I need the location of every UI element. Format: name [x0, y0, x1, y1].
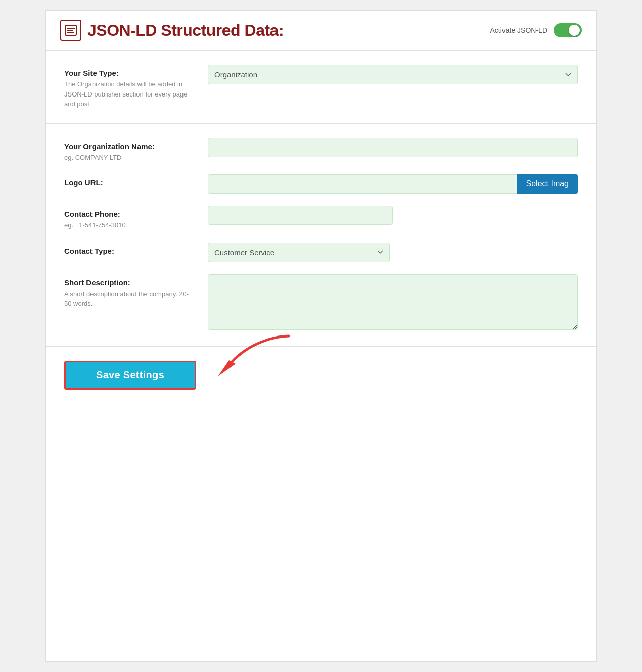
org-name-example: eg. COMPANY LTD: [64, 153, 196, 163]
site-type-select[interactable]: Organization Person Local Business: [208, 65, 578, 84]
contact-phone-input-col: [208, 206, 578, 225]
contact-type-label: Contact Type:: [64, 247, 196, 255]
contact-phone-input[interactable]: [208, 206, 393, 225]
contact-phone-label: Contact Phone:: [64, 210, 196, 218]
logo-url-input[interactable]: [208, 174, 517, 194]
short-desc-textarea[interactable]: [208, 274, 578, 330]
activate-toggle[interactable]: [554, 23, 582, 37]
org-name-label: Your Organization Name:: [64, 142, 196, 151]
logo-url-row: Logo URL: Select Imag: [64, 174, 578, 194]
contact-type-label-col: Contact Type:: [64, 243, 196, 255]
page-title: JSON-LD Structured Data:: [87, 21, 284, 40]
site-type-label: Your Site Type:: [64, 69, 196, 77]
svg-marker-4: [218, 360, 236, 376]
contact-type-input-col: Customer Service Technical Support Billi…: [208, 243, 578, 262]
short-desc-label: Short Description:: [64, 278, 196, 287]
contact-type-select[interactable]: Customer Service Technical Support Billi…: [208, 243, 390, 262]
activate-label: Activate JSON-LD: [490, 26, 547, 34]
site-type-input-col: Organization Person Local Business: [208, 65, 578, 84]
org-name-row: Your Organization Name: eg. COMPANY LTD: [64, 138, 578, 163]
short-desc-row: Short Description: A short description a…: [64, 274, 578, 332]
save-section: Save Settings: [46, 347, 596, 404]
header-right: Activate JSON-LD: [490, 23, 582, 37]
short-desc-input-col: [208, 274, 578, 332]
header-left: JSON-LD Structured Data:: [60, 20, 284, 41]
org-name-input-col: [208, 138, 578, 157]
site-type-section: Your Site Type: The Organization details…: [46, 51, 596, 124]
logo-url-label-col: Logo URL:: [64, 174, 196, 187]
contact-phone-example: eg. +1-541-754-3010: [64, 220, 196, 230]
org-name-input[interactable]: [208, 138, 578, 157]
org-name-label-col: Your Organization Name: eg. COMPANY LTD: [64, 138, 196, 163]
jsonld-icon: [60, 20, 81, 41]
org-details-section: Your Organization Name: eg. COMPANY LTD …: [46, 124, 596, 347]
contact-phone-row: Contact Phone: eg. +1-541-754-3010: [64, 206, 578, 230]
save-btn-wrapper: Save Settings: [64, 361, 196, 390]
logo-url-label: Logo URL:: [64, 178, 196, 187]
header: JSON-LD Structured Data: Activate JSON-L…: [46, 11, 596, 51]
select-image-button[interactable]: Select Imag: [517, 174, 578, 194]
contact-phone-label-col: Contact Phone: eg. +1-541-754-3010: [64, 206, 196, 230]
main-container: JSON-LD Structured Data: Activate JSON-L…: [45, 10, 597, 662]
site-type-label-col: Your Site Type: The Organization details…: [64, 65, 196, 109]
site-type-description: The Organization details will be added i…: [64, 79, 196, 109]
logo-url-input-col: Select Imag: [208, 174, 578, 194]
short-desc-label-col: Short Description: A short description a…: [64, 274, 196, 309]
logo-url-row-inner: Select Imag: [208, 174, 578, 194]
save-settings-button[interactable]: Save Settings: [64, 361, 196, 390]
contact-type-row: Contact Type: Customer Service Technical…: [64, 243, 578, 262]
short-desc-sublabel: A short description about the company. 2…: [64, 289, 196, 309]
site-type-row: Your Site Type: The Organization details…: [64, 65, 578, 109]
